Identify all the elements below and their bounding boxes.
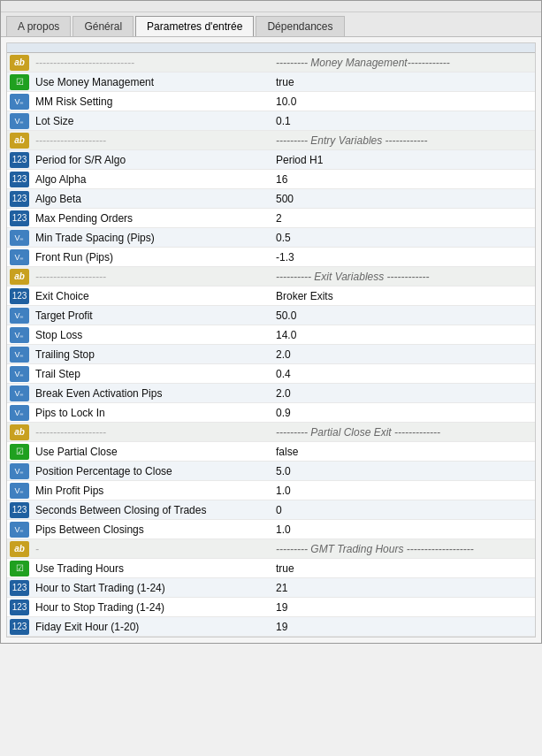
int-icon: 123 bbox=[10, 288, 29, 304]
row-label: Hour to Start Trading (1-24) bbox=[32, 580, 271, 596]
int-icon: 123 bbox=[10, 172, 29, 187]
table-row: V₌Position Percentage to Close5.0 bbox=[7, 462, 535, 481]
int-icon: 123 bbox=[10, 619, 29, 635]
row-value: 2.0 bbox=[271, 386, 535, 401]
row-value: 19 bbox=[271, 619, 535, 635]
table-row: V₌Target Profit50.0 bbox=[7, 306, 535, 325]
table-row: 123Fiday Exit Hour (1-20)19 bbox=[7, 617, 535, 637]
table-body: ab------------------------------------- … bbox=[7, 53, 535, 637]
tab-bar: A proposGénéralParametres d'entréeDépend… bbox=[1, 12, 541, 37]
row-label: Stop Loss bbox=[32, 327, 271, 343]
row-value: 2 bbox=[271, 210, 535, 226]
table-row: ab----------------------------- Entry Va… bbox=[7, 131, 535, 150]
bool-icon: ☑ bbox=[10, 74, 29, 90]
row-label: Min Trade Spacing (Pips) bbox=[32, 230, 271, 246]
tab-g-n-ral[interactable]: Général bbox=[73, 16, 134, 36]
row-value: 0.5 bbox=[271, 230, 535, 246]
row-value: 19 bbox=[271, 599, 535, 615]
row-label: Trail Step bbox=[32, 366, 271, 382]
row-value: 1.0 bbox=[271, 483, 535, 499]
row-value: 500 bbox=[271, 191, 535, 207]
row-label: Use Partial Close bbox=[32, 444, 271, 460]
ab-icon: ab bbox=[10, 133, 29, 149]
content-area: ab------------------------------------- … bbox=[1, 37, 541, 643]
table-row: ab------------------------------ Exit Va… bbox=[7, 267, 535, 286]
main-window: A proposGénéralParametres d'entréeDépend… bbox=[0, 0, 542, 644]
row-label: Max Pending Orders bbox=[32, 210, 271, 226]
table-header bbox=[7, 43, 535, 53]
row-value: -1.3 bbox=[271, 249, 535, 265]
ab-icon: ab bbox=[10, 424, 29, 440]
row-label: Fiday Exit Hour (1-20) bbox=[32, 619, 271, 635]
ab-icon: ab bbox=[10, 541, 29, 557]
table-row: 123Exit ChoiceBroker Exits bbox=[7, 286, 535, 306]
table-row: ☑Use Partial Closefalse bbox=[7, 442, 535, 462]
row-label: Pips to Lock In bbox=[32, 405, 271, 421]
table-row: V₌Trail Step0.4 bbox=[7, 364, 535, 384]
row-label: - bbox=[32, 541, 271, 557]
int-icon: 123 bbox=[10, 502, 29, 518]
table-row: ☑Use Money Managementtrue bbox=[7, 73, 535, 92]
bool-icon: ☑ bbox=[10, 561, 29, 577]
row-value: 0.4 bbox=[271, 366, 535, 382]
row-value: 0.9 bbox=[271, 405, 535, 421]
row-value: 5.0 bbox=[271, 463, 535, 479]
table-row: V₌Break Even Activation Pips2.0 bbox=[7, 384, 535, 403]
row-value: 21 bbox=[271, 580, 535, 596]
table-row: V₌Stop Loss14.0 bbox=[7, 325, 535, 345]
row-label: Use Money Management bbox=[32, 74, 271, 90]
float-icon: V₌ bbox=[10, 249, 29, 265]
row-value: 0 bbox=[271, 502, 535, 518]
tab-parametres-d-entr-e[interactable]: Parametres d'entrée bbox=[135, 16, 254, 36]
table-row: V₌Trailing Stop2.0 bbox=[7, 345, 535, 364]
ab-icon: ab bbox=[10, 55, 29, 71]
table-row: 123Seconds Between Closing of Trades0 bbox=[7, 500, 535, 520]
row-value: --------- GMT Trading Hours ------------… bbox=[271, 541, 535, 557]
row-value: 10.0 bbox=[271, 94, 535, 110]
table-row: V₌Pips to Lock In0.9 bbox=[7, 403, 535, 423]
table-row: ab---------- GMT Trading Hours ---------… bbox=[7, 539, 535, 559]
row-value: Broker Exits bbox=[271, 288, 535, 304]
row-label: Break Even Activation Pips bbox=[32, 386, 271, 401]
row-value: 2.0 bbox=[271, 347, 535, 363]
float-icon: V₌ bbox=[10, 405, 29, 421]
float-icon: V₌ bbox=[10, 327, 29, 343]
row-value: false bbox=[271, 444, 535, 460]
int-icon: 123 bbox=[10, 580, 29, 596]
row-value: Period H1 bbox=[271, 152, 535, 168]
row-label: Front Run (Pips) bbox=[32, 249, 271, 265]
row-label: -------------------- bbox=[32, 424, 271, 440]
row-label: Position Percentage to Close bbox=[32, 463, 271, 479]
bool-icon: ☑ bbox=[10, 444, 29, 460]
row-label: Exit Choice bbox=[32, 288, 271, 304]
int-icon: 123 bbox=[10, 210, 29, 226]
float-icon: V₌ bbox=[10, 522, 29, 538]
row-label: Period for S/R Algo bbox=[32, 152, 271, 168]
table-row: V₌MM Risk Setting10.0 bbox=[7, 92, 535, 111]
row-value: 50.0 bbox=[271, 308, 535, 324]
row-value: --------- Entry Variables ------------ bbox=[271, 133, 535, 149]
float-icon: V₌ bbox=[10, 308, 29, 324]
row-label: -------------------- bbox=[32, 269, 271, 285]
row-value: ---------- Exit Variabless ------------ bbox=[271, 269, 535, 285]
params-table: ab------------------------------------- … bbox=[6, 42, 536, 638]
table-row: 123Period for S/R AlgoPeriod H1 bbox=[7, 150, 535, 170]
row-value: 0.1 bbox=[271, 113, 535, 129]
row-label: Hour to Stop Trading (1-24) bbox=[32, 599, 271, 615]
table-row: V₌Lot Size0.1 bbox=[7, 111, 535, 131]
int-icon: 123 bbox=[10, 599, 29, 615]
row-label: Target Profit bbox=[32, 308, 271, 324]
title-bar bbox=[1, 1, 541, 12]
table-row: ab----------------------------- Partial … bbox=[7, 423, 535, 442]
row-value: 1.0 bbox=[271, 522, 535, 538]
row-label: Pips Between Closings bbox=[32, 522, 271, 538]
row-label: -------------------- bbox=[32, 133, 271, 149]
tab-d-pendances[interactable]: Dépendances bbox=[256, 16, 344, 36]
float-icon: V₌ bbox=[10, 386, 29, 401]
row-label: Algo Alpha bbox=[32, 172, 271, 187]
tab-a-propos[interactable]: A propos bbox=[6, 16, 71, 36]
row-value: 14.0 bbox=[271, 327, 535, 343]
table-row: V₌Min Trade Spacing (Pips)0.5 bbox=[7, 228, 535, 248]
table-row: 123Hour to Start Trading (1-24)21 bbox=[7, 578, 535, 598]
row-value: true bbox=[271, 74, 535, 90]
